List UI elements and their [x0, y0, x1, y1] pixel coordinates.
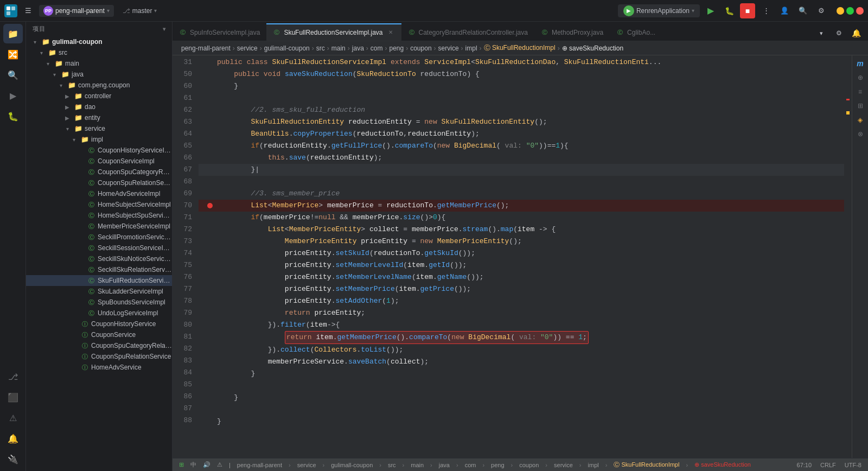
tree-item-SeckillPromotionServiceImpl[interactable]: Ⓒ SeckillPromotionServiceImpl	[26, 232, 172, 243]
tree-item-java[interactable]: ▾ 📁 java	[26, 69, 172, 80]
status-src-breadcrumb[interactable]: src	[388, 462, 396, 468]
status-service-breadcrumb[interactable]: service	[297, 462, 316, 468]
activity-project-icon[interactable]: 📁	[3, 24, 23, 43]
tree-item-SpuBoundsServiceImpl[interactable]: Ⓒ SpuBoundsServiceImpl	[26, 297, 172, 308]
tree-item-controller[interactable]: ▶ 📁 controller	[26, 91, 172, 101]
breadcrumb-item-coupon[interactable]: coupon	[410, 44, 431, 52]
tree-item-impl[interactable]: ▾ 📁 impl	[26, 134, 172, 145]
breadcrumb-item-service[interactable]: service	[237, 44, 258, 52]
right-bar-color-icon[interactable]: ◈	[854, 114, 866, 126]
breadcrumb-item-com[interactable]: com	[371, 44, 383, 52]
right-bar-folding-icon[interactable]: ⊞	[854, 100, 866, 112]
tree-item-CouponSpuRelationServiceImpl[interactable]: Ⓒ CouponSpuRelationServiceImpl	[26, 177, 172, 188]
status-peng-breadcrumb[interactable]: peng	[491, 462, 504, 468]
activity-search-icon[interactable]: 🔍	[3, 65, 23, 85]
activity-debug-icon[interactable]: 🐛	[3, 106, 23, 126]
tree-item-CouponHistoryServiceImpl[interactable]: Ⓒ CouponHistoryServiceImpl	[26, 145, 172, 156]
tree-item-UndoLogServiceImpl[interactable]: Ⓒ UndoLogServiceImpl	[26, 308, 172, 319]
right-bar-m-icon[interactable]: m	[854, 58, 866, 69]
tree-item-CouponService[interactable]: Ⓘ CouponService	[26, 329, 172, 340]
editor-settings-icon[interactable]: ⚙	[831, 26, 846, 41]
status-volume-icon[interactable]: 🔊	[203, 461, 210, 468]
tree-arrow-main[interactable]: ▾	[43, 59, 52, 68]
tree-item-SeckillSessionServiceImpl[interactable]: Ⓒ SeckillSessionServiceImpl	[26, 243, 172, 253]
tab-MethodProxy[interactable]: Ⓒ MethodProxy.java	[534, 23, 610, 41]
activity-plugins-icon[interactable]: 🔌	[3, 449, 23, 469]
status-encoding[interactable]: UTF-8	[845, 462, 861, 468]
activity-problems-icon[interactable]: ⚠	[3, 408, 23, 428]
tree-item-HomeSubjectServiceImpl[interactable]: Ⓒ HomeSubjectServiceImpl	[26, 199, 172, 210]
tree-item-SkuFullReductionServiceImpl[interactable]: Ⓒ SkuFullReductionServiceImpl	[26, 275, 172, 286]
breadcrumb-item-saveSkuReduction[interactable]: ⊕ saveSkuReduction	[562, 44, 623, 52]
tab-SkuFullReductionServiceImpl[interactable]: Ⓒ SkuFullReductionServiceImpl.java ✕	[266, 23, 401, 41]
tree-item-CouponSpuCategoryRelationService[interactable]: Ⓘ CouponSpuCategoryRelationService	[26, 340, 172, 351]
tree-item-CouponSpuCategoryRelationServiceImpl[interactable]: Ⓒ CouponSpuCategoryRelationServiceImpl	[26, 167, 172, 177]
right-bar-structure-icon[interactable]: ≡	[854, 86, 866, 98]
tree-item-CouponServiceImpl[interactable]: Ⓒ CouponServiceImpl	[26, 156, 172, 167]
run-config-selector[interactable]: ▶ RenrenApplication ▾	[618, 4, 700, 17]
tab-close-button[interactable]: ✕	[386, 28, 395, 37]
tree-arrow-com-peng-coupon[interactable]: ▾	[56, 81, 65, 90]
status-method-breadcrumb[interactable]: ⊕ saveSkuReduction	[694, 461, 751, 468]
status-module-breadcrumb[interactable]: gulimall-coupon	[331, 462, 373, 468]
status-warning-icon[interactable]: ⚠	[217, 461, 222, 468]
status-service2-breadcrumb[interactable]: service	[554, 462, 573, 468]
debug-button[interactable]: 🐛	[722, 3, 737, 18]
status-zh-icon[interactable]: 中	[190, 461, 196, 469]
stop-button[interactable]: ■	[740, 3, 755, 18]
breadcrumb-item-project[interactable]: peng-mall-parent	[181, 44, 231, 52]
status-main-breadcrumb[interactable]: main	[411, 462, 424, 468]
status-com-breadcrumb[interactable]: com	[465, 462, 476, 468]
project-selector[interactable]: PP peng-mall-parent ▾	[39, 5, 114, 17]
tree-item-src[interactable]: ▾ 📁 src	[26, 47, 172, 58]
tree-arrow-gulimall-coupon[interactable]: ▾	[30, 37, 39, 46]
activity-run-icon[interactable]: ▶	[3, 86, 23, 105]
hamburger-menu[interactable]: ☰	[22, 4, 35, 17]
tab-overflow-button[interactable]: ▾	[814, 26, 829, 41]
tree-item-CouponSpuRelationService[interactable]: Ⓘ CouponSpuRelationService	[26, 351, 172, 362]
maximize-button[interactable]	[846, 7, 854, 15]
tree-item-main[interactable]: ▾ 📁 main	[26, 58, 172, 69]
tree-item-CouponHistoryService[interactable]: Ⓘ CouponHistoryService	[26, 319, 172, 329]
more-options-button[interactable]: ⋮	[758, 3, 774, 18]
breakpoint-indicator[interactable]	[207, 203, 213, 208]
breadcrumb-item-impl[interactable]: impl	[465, 44, 477, 52]
tree-arrow-dao[interactable]: ▶	[63, 103, 72, 111]
tree-arrow-impl[interactable]: ▾	[69, 135, 78, 144]
status-line-ending[interactable]: CRLF	[820, 462, 836, 468]
notifications-icon[interactable]: 🔔	[848, 26, 864, 41]
breadcrumb-item-main[interactable]: main	[331, 44, 346, 52]
run-button[interactable]: ▶	[703, 3, 718, 18]
breadcrumb-item-SkuFullReductionImpl[interactable]: Ⓒ SkuFullReductionImpl	[484, 43, 556, 53]
status-java-breadcrumb[interactable]: java	[439, 462, 450, 468]
close-button[interactable]	[856, 7, 864, 15]
tree-item-entity[interactable]: ▶ 📁 entity	[26, 112, 172, 123]
tree-arrow-controller[interactable]: ▶	[63, 92, 72, 100]
breadcrumb-item-src[interactable]: src	[316, 44, 325, 52]
activity-notifications-icon[interactable]: 🔔	[3, 429, 23, 448]
status-coupon-breadcrumb[interactable]: coupon	[519, 462, 539, 468]
status-project-breadcrumb[interactable]: peng-mall-parent	[237, 462, 282, 468]
tree-item-com-peng-coupon[interactable]: ▾ 📁 com.peng.coupon	[26, 80, 172, 91]
tree-item-service[interactable]: ▾ 📁 service	[26, 123, 172, 134]
tree-arrow-src[interactable]: ▾	[37, 48, 46, 57]
branch-selector[interactable]: ⎇ master ▾	[118, 6, 162, 16]
tree-arrow-service[interactable]: ▾	[63, 124, 72, 133]
right-bar-bookmark-icon[interactable]: ⊕	[854, 72, 866, 84]
tree-item-dao[interactable]: ▶ 📁 dao	[26, 101, 172, 112]
breadcrumb-item-peng[interactable]: peng	[389, 44, 404, 52]
tree-item-SeckillSkuRelationServiceImpl[interactable]: Ⓒ SeckillSkuRelationServiceImpl	[26, 264, 172, 275]
tree-item-HomeAdvServiceImpl[interactable]: Ⓒ HomeAdvServiceImpl	[26, 188, 172, 199]
activity-terminal-icon[interactable]: ⬛	[3, 387, 23, 407]
status-line-col[interactable]: 67:10	[797, 462, 812, 468]
right-bar-database-icon[interactable]: ⊗	[854, 128, 866, 140]
tab-SpuInfoServiceImpl[interactable]: Ⓒ SpuInfoServiceImpl.java	[173, 23, 266, 41]
tab-CglibAo[interactable]: Ⓒ CglibAo...	[610, 23, 662, 41]
breadcrumb-item-service2[interactable]: service	[438, 44, 459, 52]
tree-item-gulimall-coupon[interactable]: ▾ 📁 gulimall-coupon	[26, 36, 172, 47]
breadcrumb-item-gulimall-coupon[interactable]: gulimall-coupon	[264, 44, 310, 52]
tree-item-HomeAdvService[interactable]: Ⓘ HomeAdvService	[26, 362, 172, 373]
tab-CategoryBrandRelationController[interactable]: Ⓒ CategoryBrandRelationController.java	[401, 23, 534, 41]
tree-item-MemberPriceServiceImpl[interactable]: Ⓒ MemberPriceServiceImpl	[26, 221, 172, 232]
tree-arrow-entity[interactable]: ▶	[63, 113, 72, 122]
